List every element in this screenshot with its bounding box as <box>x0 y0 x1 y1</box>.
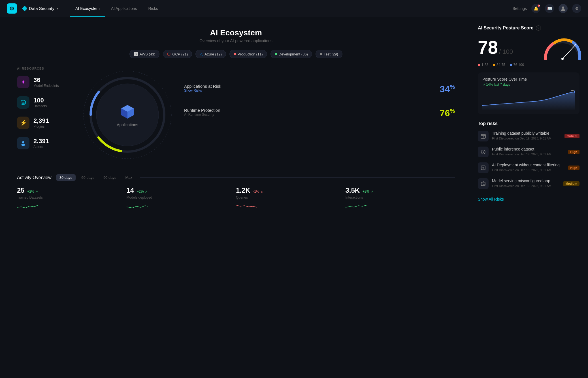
risk-item-1-icon <box>478 131 489 141</box>
time-tab-60[interactable]: 60 days <box>78 174 98 181</box>
legend-low-label: 1-33 <box>482 63 488 67</box>
risk-item-4-badge: Medium <box>563 181 580 186</box>
circle-viz: Applications <box>79 67 176 163</box>
app-logo[interactable] <box>7 3 17 14</box>
svg-text:78: 78 <box>571 90 574 92</box>
legend-high-dot <box>510 64 512 66</box>
stat-trained-datasets: 25 +2% ↗ Trained Datasets <box>17 186 127 211</box>
runtime-value: 76% <box>440 108 455 119</box>
filter-row: 🅰 AWS (43) ⬡ GCP (21) △ Azure (12) Produ… <box>17 50 455 58</box>
queries-label: Queries <box>236 196 346 199</box>
posture-chart-card: Posture Score Over Time ↗ 14% last 7 day… <box>478 72 580 114</box>
svg-point-25 <box>483 181 484 182</box>
interactions-change: +2% ↗ <box>363 190 373 194</box>
posture-line-chart: 78 <box>482 90 575 110</box>
tab-ai-ecosystem[interactable]: AI Ecosystem <box>70 0 105 17</box>
settings-link[interactable]: Settings <box>512 6 527 11</box>
nav-tabs: AI Ecosystem AI Applications Risks <box>70 0 164 17</box>
risk-item-2-badge: High <box>568 150 580 154</box>
filter-aws[interactable]: 🅰 AWS (43) <box>129 50 159 58</box>
stat-models-deployed: 14 +2% ↗ Models deployed <box>127 186 236 211</box>
production-dot <box>234 53 236 55</box>
legend-low-dot <box>478 64 480 66</box>
runtime-sub: AI Runtime Security <box>184 113 220 117</box>
tab-ai-applications[interactable]: AI Applications <box>105 0 143 17</box>
models-label: Models deployed <box>127 196 236 199</box>
development-dot <box>275 53 277 55</box>
risk-item-3: AI Deployment without content filtering … <box>478 162 580 173</box>
notification-btn[interactable]: 🔔 19 <box>531 4 540 13</box>
risk-item-1-name: Training dataset publicly writable <box>492 131 561 136</box>
topnav: Data Security ▾ AI Ecosystem AI Applicat… <box>0 0 588 17</box>
actors-label: Actors <box>33 145 49 149</box>
trained-change: +2% ↗ <box>27 190 38 194</box>
datasets-label: Datasets <box>33 104 47 108</box>
main-content: AI Ecosystem Overview of your AI-powered… <box>0 17 588 378</box>
models-value: 14 <box>127 186 134 194</box>
show-all-risks-link[interactable]: Show All Risks <box>478 197 504 201</box>
metrics-divider <box>184 103 455 103</box>
gauge-container <box>543 36 580 59</box>
svg-point-3 <box>561 9 565 11</box>
risk-item-1: Training dataset publicly writable First… <box>478 131 580 141</box>
model-endpoints-icon: ✦ <box>17 76 29 88</box>
risk-item-4-date: First Discovered on Dec 19, 2023, 9:01 A… <box>492 184 560 188</box>
tab-risks[interactable]: Risks <box>142 0 163 17</box>
datasets-count: 100 <box>33 97 47 104</box>
risk-metric-at-risk: Applications at Risk Show Risks 34% <box>184 84 455 94</box>
time-tab-max[interactable]: Max <box>122 174 136 181</box>
actors-count: 2,391 <box>33 138 49 145</box>
posture-header: AI Security Posture Score ? <box>478 25 580 31</box>
middle-content: AI RESOURCES ✦ 36 Model Endpoints <box>17 67 455 163</box>
legend-mid: 34-75 <box>493 63 505 67</box>
risk-item-3-badge: High <box>568 166 580 170</box>
show-risks-link[interactable]: Show Risks <box>184 89 221 93</box>
right-panel: AI Security Posture Score ? 78 / 100 <box>469 17 588 378</box>
interactions-label: Interactions <box>346 196 455 199</box>
user-avatar[interactable] <box>559 4 568 13</box>
risk-item-1-date: First Discovered on Dec 19, 2023, 9:01 A… <box>492 137 561 140</box>
risk-item-2: Public inference dataset First Discovere… <box>478 147 580 157</box>
filter-azure[interactable]: △ Azure (12) <box>195 50 226 58</box>
settings-gear-btn[interactable]: ⚙ <box>572 4 581 13</box>
time-tab-90[interactable]: 90 days <box>100 174 120 181</box>
plugins-icon: ⚡ <box>17 117 29 129</box>
score-value: 78 <box>478 37 498 58</box>
actors-icon <box>17 137 29 149</box>
risk-item-4: Model serving misconfigured app First Di… <box>478 178 580 189</box>
resource-datasets: 100 Datasets <box>17 96 79 109</box>
top-risks-title: Top risks <box>478 121 580 126</box>
queries-value: 1.2K <box>236 186 250 194</box>
risk-item-4-icon <box>478 178 489 189</box>
posture-help-icon[interactable]: ? <box>536 25 541 31</box>
trained-label: Trained Datasets <box>17 196 127 199</box>
circle-center-label: Applications <box>117 123 138 127</box>
posture-title: AI Security Posture Score <box>478 25 534 31</box>
resource-plugins: ⚡ 2,391 Plugins <box>17 117 79 129</box>
queries-sparkline <box>236 202 346 211</box>
activity-header: Activity Overview 30 days 60 days 90 day… <box>17 174 455 181</box>
trained-sparkline <box>17 202 127 211</box>
notification-badge: 19 <box>538 5 540 7</box>
legend-low: 1-33 <box>478 63 488 67</box>
legend-mid-label: 34-75 <box>497 63 505 67</box>
svg-point-17 <box>561 58 564 60</box>
interactions-value: 3.5K <box>346 186 360 194</box>
gcp-icon: ⬡ <box>167 52 171 56</box>
brand-dropdown[interactable]: Data Security ▾ <box>23 6 58 11</box>
nav-right: Settings 🔔 19 📖 ⚙ <box>512 4 581 13</box>
models-change: +2% ↗ <box>137 190 148 194</box>
risk-item-2-icon <box>478 147 489 157</box>
time-tab-30[interactable]: 30 days <box>56 174 76 181</box>
filter-production[interactable]: Production (11) <box>229 50 267 58</box>
docs-btn[interactable]: 📖 <box>545 4 554 13</box>
filter-gcp[interactable]: ⬡ GCP (21) <box>163 50 192 58</box>
stat-queries: 1.2K -1% ↘ Queries <box>236 186 346 211</box>
filter-development[interactable]: Development (36) <box>270 50 312 58</box>
ai-resources: AI RESOURCES ✦ 36 Model Endpoints <box>17 67 79 157</box>
filter-test[interactable]: Test (29) <box>316 50 342 58</box>
page-subtitle: Overview of your AI-powered applications <box>17 38 455 43</box>
legend-high: 76-100 <box>510 63 524 67</box>
brand-name: Data Security <box>29 6 54 11</box>
datasets-icon <box>17 96 29 109</box>
